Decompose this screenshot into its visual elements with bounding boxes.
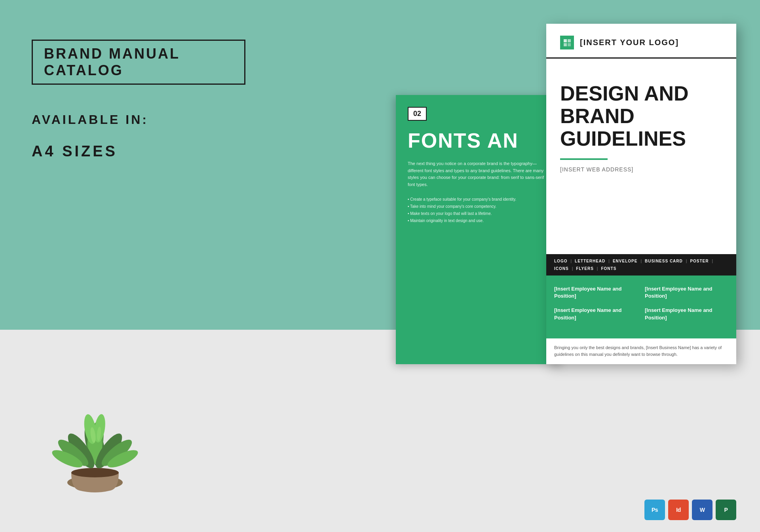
- book-front: [INSERT YOUR LOGO] DESIGN AND BRAND GUID…: [546, 24, 736, 364]
- employee-2: [Insert Employee Name and Position]: [645, 285, 728, 300]
- nav-flyers: FLYERS: [576, 266, 594, 271]
- logo-text: [INSERT YOUR LOGO]: [580, 38, 679, 47]
- employee-1: [Insert Employee Name and Position]: [554, 285, 638, 300]
- book-main: DESIGN AND BRAND GUIDELINES [INSERT WEB …: [546, 59, 736, 254]
- nav-poster: POSTER: [690, 259, 709, 263]
- nav-icons: ICONS: [554, 266, 569, 271]
- bullet-3: • Make texts on your logo that will last…: [408, 210, 550, 217]
- bullet-2: • Take into mind your company's core com…: [408, 203, 550, 210]
- design-title: DESIGN AND BRAND GUIDELINES: [560, 82, 722, 150]
- nav-envelope: ENVELOPE: [613, 259, 637, 263]
- title-badge: BRAND MANUAL CATALOG: [32, 40, 245, 85]
- software-icons: Ps Id W P: [644, 500, 736, 520]
- chapter-number: 02: [408, 107, 427, 121]
- design-title-line2: BRAND GUIDELINES: [560, 104, 686, 150]
- footer-green: [Insert Employee Name and Position] [Ins…: [546, 276, 736, 338]
- employee-grid: [Insert Employee Name and Position] [Ins…: [554, 285, 728, 321]
- mockup-area: 02 FONTS AN The next thing you notice on…: [396, 24, 736, 380]
- svg-point-1: [71, 468, 119, 477]
- plant-decoration: [32, 366, 158, 500]
- logo-icon: [560, 36, 574, 49]
- indesign-icon: Id: [668, 500, 689, 520]
- bullet-4: • Maintain originality in text design an…: [408, 217, 550, 224]
- publisher-icon: P: [716, 500, 736, 520]
- svg-rect-15: [564, 39, 567, 42]
- employee-4: [Insert Employee Name and Position]: [645, 307, 728, 321]
- photoshop-icon: Ps: [644, 500, 665, 520]
- svg-rect-17: [564, 43, 567, 46]
- web-address: [INSERT WEB ADDRESS]: [560, 166, 722, 173]
- available-in-label: AVAILABLE IN:: [32, 112, 245, 127]
- svg-rect-16: [568, 39, 571, 42]
- green-divider: [560, 158, 608, 160]
- footer-nav-bar: LOGO | LETTERHEAD | ENVELOPE | BUSINESS …: [546, 254, 736, 276]
- nav-fonts: FONTS: [601, 266, 616, 271]
- green-section: 02 FONTS AN The next thing you notice on…: [396, 95, 562, 364]
- nav-letterhead: LETTERHEAD: [575, 259, 605, 263]
- fonts-title: FONTS AN: [408, 129, 550, 152]
- employee-3: [Insert Employee Name and Position]: [554, 307, 638, 321]
- nav-business-card: BUSINESS CARD: [645, 259, 683, 263]
- book-header: [INSERT YOUR LOGO]: [546, 24, 736, 59]
- fonts-bullets: • Create a typeface suitable for your co…: [408, 196, 550, 224]
- word-icon: W: [692, 500, 712, 520]
- design-title-line1: DESIGN AND: [560, 82, 689, 105]
- scene: BRAND MANUAL CATALOG AVAILABLE IN: A4 SI…: [0, 0, 760, 532]
- nav-logo: LOGO: [554, 259, 567, 263]
- title-badge-text: BRAND MANUAL CATALOG: [44, 46, 180, 78]
- fonts-body-text: The next thing you notice on a corporate…: [408, 160, 550, 188]
- svg-rect-18: [568, 43, 571, 46]
- book-back: 02 FONTS AN The next thing you notice on…: [396, 95, 562, 364]
- sizes-label: A4 SIZES: [32, 143, 245, 160]
- bullet-1: • Create a typeface suitable for your co…: [408, 196, 550, 203]
- footer-description: Bringing you only the best designs and b…: [546, 338, 736, 364]
- book-footer: LOGO | LETTERHEAD | ENVELOPE | BUSINESS …: [546, 254, 736, 364]
